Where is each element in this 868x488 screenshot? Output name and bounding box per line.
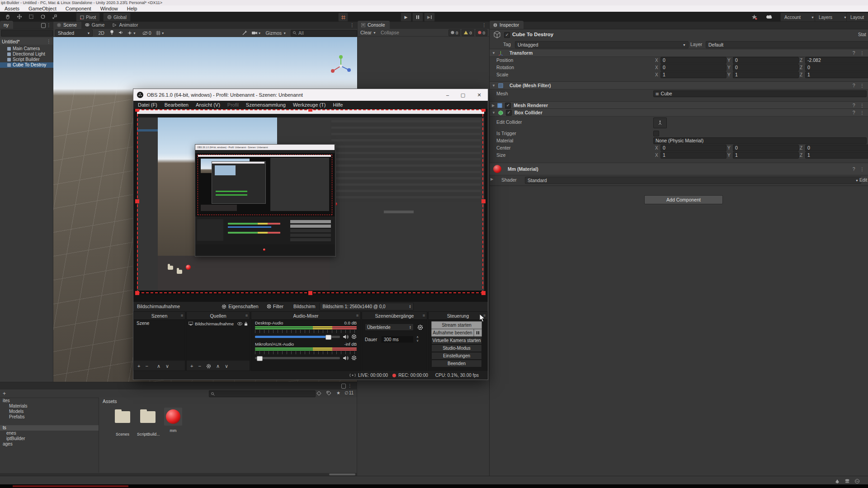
sidebar-item-scenes[interactable]: enes (4, 431, 99, 436)
component-menu-icon[interactable]: ⋮ (860, 83, 865, 88)
asset-folder-scriptbuilder[interactable]: ScriptBuild... (137, 409, 159, 436)
global-toggle[interactable]: Global (103, 13, 131, 22)
scrollbar-thumb[interactable] (329, 474, 355, 475)
mesh-renderer-checkbox[interactable]: ✓ (505, 103, 511, 108)
scene-panel-menu-icon[interactable]: ⋮ (350, 23, 354, 28)
channel-2-mute-icon[interactable] (343, 356, 349, 361)
menu-window[interactable]: Window (100, 6, 118, 11)
gizmos-dropdown[interactable]: Gizmos▼ (266, 30, 287, 36)
2d-toggle[interactable]: 2D (98, 30, 104, 36)
mesh-field[interactable]: ▦ Cube (653, 90, 867, 97)
pause-button[interactable] (412, 13, 423, 22)
sidebar-item-all-models[interactable]: Models (6, 409, 99, 414)
shading-dropdown[interactable]: Shaded▼ (55, 29, 93, 37)
size-z-field[interactable]: 1 (805, 152, 868, 159)
obs-menu-werkzeuge[interactable]: Werkzeuge (T) (293, 102, 326, 108)
channel-1-gear-icon[interactable] (351, 334, 357, 339)
virtual-camera-button[interactable]: Virtuelle Kamera starten (431, 337, 482, 344)
stop-recording-button[interactable]: Aufnahme beenden (431, 329, 474, 337)
foldout-arrow-icon[interactable]: ▼ (492, 111, 495, 115)
scene-menu-icon[interactable]: ⋮ (47, 39, 51, 44)
box-collider-checkbox[interactable]: ✓ (506, 110, 512, 116)
console-warning-badge[interactable]: 0 (462, 29, 474, 36)
source-up-button[interactable]: ∧ (216, 363, 220, 369)
lock-icon[interactable] (41, 23, 46, 28)
console-menu-icon[interactable]: ⋮ (482, 23, 486, 28)
transform-header[interactable]: ▼ Transform ?⋮ (490, 49, 868, 57)
maximize-button[interactable]: ▢ (455, 92, 471, 98)
rect-tool-icon[interactable] (26, 13, 36, 21)
material-foldout-icon[interactable]: ▶ (491, 177, 493, 181)
exit-button[interactable]: Beenden (431, 360, 482, 367)
camera-dropdown-icon[interactable]: ▼ (252, 31, 261, 35)
hierarchy-menu-icon[interactable]: ⋮ (47, 23, 51, 28)
duration-stepper[interactable]: ∧∨ (416, 335, 419, 343)
display-select[interactable]: Bildschirm 1: 2560x1440 @ 0,0 ▲▼ (320, 303, 414, 310)
material-section-header[interactable]: Mm (Material) ?⋮ (490, 163, 868, 175)
add-source-button[interactable]: + (190, 363, 193, 369)
source-properties-gear-icon[interactable] (206, 364, 211, 369)
material-field[interactable]: None (Physic Material) (653, 137, 867, 144)
grid-dropdown-icon[interactable]: ▼ (156, 31, 165, 35)
filter-button[interactable]: Filter (267, 304, 283, 309)
project-search-input[interactable] (209, 390, 316, 397)
account-dropdown[interactable]: Account▼ (780, 13, 818, 22)
selection-handle-ml[interactable] (135, 199, 139, 203)
component-menu-icon[interactable]: ⋮ (860, 166, 865, 172)
scenes-dock-title[interactable]: Szenen≡ (134, 312, 185, 319)
obs-preview-area[interactable]: OBS 26.1.0 (64-bit, windows) - Profil: U… (133, 109, 488, 302)
component-menu-icon[interactable]: ⋮ (860, 110, 865, 115)
layers-dropdown[interactable]: Layers▼ (815, 13, 851, 22)
selection-handle-tr[interactable] (481, 109, 486, 112)
selection-handle-br[interactable] (481, 291, 486, 295)
mesh-filter-header[interactable]: ▼ Cube (Mesh Filter) ?⋮ (490, 81, 868, 89)
console-collapse-button[interactable]: Collapse (381, 30, 399, 35)
sidebar-item-all-prefabs[interactable]: Prefabs (6, 414, 99, 420)
project-menu-icon[interactable]: ⋮ (348, 383, 352, 388)
sidebar-item-favorites[interactable]: ites (0, 398, 99, 404)
source-selection-border[interactable] (137, 109, 483, 293)
cloud-icon[interactable] (763, 13, 775, 21)
menu-assets[interactable]: Assets (5, 6, 19, 11)
sources-dock-title[interactable]: Quellen≡ (187, 312, 250, 319)
scale-tool-icon[interactable] (50, 13, 60, 21)
channel-1-volume-slider[interactable] (255, 336, 340, 338)
menu-gameobject[interactable]: GameObject (28, 6, 57, 11)
minimize-button[interactable]: – (440, 92, 455, 98)
properties-button[interactable]: Eigenschaften (222, 304, 259, 309)
static-label[interactable]: Stat (858, 32, 868, 37)
help-icon[interactable]: ? (853, 166, 855, 172)
selection-handle-bl[interactable] (135, 291, 139, 295)
hierarchy-item-directional-light[interactable]: Directional Light (0, 52, 60, 57)
sidebar-item-packages[interactable]: ages (0, 441, 99, 447)
tab-game[interactable]: Game (81, 22, 109, 29)
channel-2-volume-slider[interactable] (255, 357, 340, 359)
start-streaming-button[interactable]: Stream starten (431, 321, 482, 329)
help-icon[interactable]: ? (853, 83, 855, 88)
console-info-badge[interactable]: 0 (448, 29, 460, 36)
lock-icon[interactable] (244, 322, 248, 326)
selection-handle-tl[interactable] (135, 109, 139, 112)
hierarchy-item-cube-to-destroy[interactable]: Cube To Destroy (0, 62, 60, 68)
snap-grid-icon[interactable] (338, 13, 348, 22)
obs-menu-szenensammlung[interactable]: Szenensammlung (246, 102, 286, 108)
scale-y-field[interactable]: 1 (733, 71, 799, 78)
controls-dock-title[interactable]: Steuerung≡ (429, 312, 487, 319)
remove-scene-button[interactable]: − (145, 363, 148, 369)
hierarchy-search-input[interactable] (1, 30, 53, 37)
console-tab[interactable]: Console (358, 21, 390, 29)
menu-help[interactable]: Help (127, 6, 137, 11)
channel-1-mute-icon[interactable] (343, 334, 349, 339)
hierarchy-tab[interactable]: ny (0, 21, 13, 29)
rotation-x-field[interactable]: 0 (660, 64, 726, 71)
scale-x-field[interactable]: 1 (660, 71, 726, 78)
component-menu-icon[interactable]: ⋮ (860, 103, 865, 108)
sidebar-item-scriptbuilder[interactable]: iptBuilder (4, 436, 99, 441)
foldout-arrow-icon[interactable]: ▼ (492, 84, 495, 88)
dock-menu-icon[interactable]: ≡ (245, 313, 248, 318)
source-list-item[interactable]: Bildschirmaufnahme (187, 320, 250, 327)
obs-menu-hilfe[interactable]: Hilfe (333, 102, 343, 108)
center-y-field[interactable]: 0 (733, 145, 799, 151)
obs-menu-bearbeiten[interactable]: Bearbeiten (165, 102, 189, 108)
rotation-y-field[interactable]: 0 (733, 64, 799, 71)
